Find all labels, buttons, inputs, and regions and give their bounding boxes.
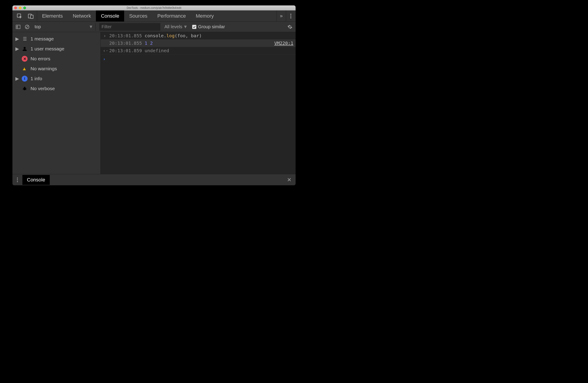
expand-arrow-icon: ▶	[16, 76, 19, 81]
tab-memory[interactable]: Memory	[191, 10, 219, 21]
return-chevron-icon: ‹·	[103, 48, 106, 53]
svg-point-19	[17, 181, 18, 182]
devtools-menu-button[interactable]	[286, 10, 295, 21]
timestamp: 20:13:01.855	[109, 33, 142, 38]
svg-rect-2	[31, 15, 33, 18]
tab-performance[interactable]: Performance	[152, 10, 191, 21]
svg-line-13	[23, 88, 24, 89]
context-label: top	[35, 24, 41, 29]
chevron-down-icon: ▼	[89, 24, 93, 29]
svg-line-15	[23, 90, 24, 90]
sidebar-item-messages[interactable]: ▶ ☰ 1 message	[12, 34, 100, 44]
chevron-double-right-icon: »	[280, 13, 283, 19]
svg-point-17	[17, 177, 18, 178]
console-row-output[interactable]: 20:13:01.855 1 2 VM220:1	[101, 39, 295, 47]
main-tabs: Elements Network Console Sources Perform…	[12, 10, 295, 22]
console-prompt[interactable]: ›	[101, 55, 295, 63]
devtools-window: DevTools - medium.com/p/ab7b5fd8e0b4/edi…	[12, 5, 295, 185]
tabs-overflow-button[interactable]: »	[277, 10, 286, 21]
input-chevron-icon: ›	[103, 33, 106, 38]
levels-label: All levels	[164, 24, 182, 29]
sidebar-item-info[interactable]: ▶ i 1 info	[12, 74, 100, 84]
bug-icon	[21, 85, 28, 92]
tab-sources[interactable]: Sources	[124, 10, 152, 21]
svg-point-12	[24, 87, 25, 88]
console-sidebar: ▶ ☰ 1 message ▶ 1 user message ✕ No erro…	[12, 32, 101, 174]
sidebar-item-label: 1 message	[31, 36, 54, 41]
gear-icon	[287, 24, 293, 29]
svg-line-14	[26, 88, 27, 89]
execution-context-selector[interactable]: top ▼	[32, 23, 96, 31]
expand-arrow-icon: ▶	[16, 46, 19, 52]
console-toolbar: top ▼ All levels ▼ Group similar	[12, 22, 295, 32]
svg-point-18	[17, 179, 18, 180]
sidebar-item-label: 1 info	[31, 76, 42, 81]
drawer-close-button[interactable]: ✕	[283, 177, 295, 183]
window-title: DevTools - medium.com/p/ab7b5fd8e0b4/edi…	[12, 6, 295, 9]
error-icon: ✕	[21, 56, 28, 62]
svg-point-4	[290, 15, 291, 16]
log-levels-selector[interactable]: All levels ▼	[164, 24, 188, 29]
group-similar-toggle[interactable]: Group similar	[192, 24, 225, 29]
sidebar-item-errors[interactable]: ✕ No errors	[12, 54, 100, 64]
close-icon: ✕	[287, 177, 292, 183]
filter-input[interactable]	[99, 23, 160, 31]
svg-point-10	[23, 47, 25, 49]
user-icon	[21, 46, 28, 52]
timestamp: 20:13:01.855	[109, 40, 142, 46]
inspect-element-icon[interactable]	[17, 13, 22, 19]
tab-network[interactable]: Network	[68, 10, 96, 21]
sidebar-item-label: No errors	[31, 56, 50, 61]
svg-line-16	[26, 90, 27, 90]
svg-point-5	[290, 17, 291, 18]
sidebar-item-user-messages[interactable]: ▶ 1 user message	[12, 44, 100, 54]
drawer-tab-console[interactable]: Console	[22, 175, 50, 185]
drawer-menu-button[interactable]	[12, 177, 22, 182]
sidebar-item-label: 1 user message	[31, 46, 64, 52]
panel-body: ▶ ☰ 1 message ▶ 1 user message ✕ No erro…	[12, 32, 295, 174]
console-row-input[interactable]: › 20:13:01.855 console.log(foo, bar)	[101, 32, 295, 39]
kebab-menu-icon	[290, 14, 292, 19]
console-row-return[interactable]: ‹· 20:13:01.859 undefined	[101, 47, 295, 55]
source-link[interactable]: VM220:1	[274, 40, 293, 46]
sidebar-item-verbose[interactable]: No verbose	[12, 84, 100, 94]
sidebar-item-warnings[interactable]: ▲! No warnings	[12, 64, 100, 74]
timestamp: 20:13:01.859	[109, 48, 142, 53]
logged-values: 1 2	[145, 40, 153, 46]
tab-console[interactable]: Console	[96, 10, 124, 21]
sidebar-item-label: No verbose	[31, 86, 55, 91]
svg-rect-6	[16, 25, 20, 29]
drawer: Console ✕	[12, 174, 295, 185]
svg-point-3	[290, 14, 291, 15]
warning-icon: ▲!	[21, 66, 28, 72]
list-icon: ☰	[21, 36, 28, 42]
checkbox-checked-icon	[192, 25, 196, 29]
code-expression: console.log(foo, bar)	[145, 33, 202, 38]
sidebar-item-label: No warnings	[31, 66, 57, 71]
toggle-sidebar-button[interactable]	[14, 23, 22, 31]
group-similar-label: Group similar	[198, 24, 225, 29]
clear-console-button[interactable]	[23, 23, 31, 31]
drawer-tab-label: Console	[27, 177, 45, 183]
console-output[interactable]: › 20:13:01.855 console.log(foo, bar) 20:…	[101, 32, 295, 174]
inspect-tools	[12, 10, 37, 21]
svg-line-9	[26, 25, 28, 28]
prompt-chevron-icon: ›	[103, 56, 105, 62]
titlebar: DevTools - medium.com/p/ab7b5fd8e0b4/edi…	[12, 5, 295, 10]
info-icon: i	[21, 76, 28, 82]
expand-arrow-icon: ▶	[16, 36, 19, 41]
return-value: undefined	[145, 48, 169, 53]
tab-elements[interactable]: Elements	[37, 10, 68, 21]
chevron-down-icon: ▼	[183, 24, 188, 29]
toggle-device-toolbar-icon[interactable]	[28, 13, 34, 19]
tab-strip: Elements Network Console Sources Perform…	[37, 10, 219, 21]
console-settings-button[interactable]	[286, 23, 294, 31]
